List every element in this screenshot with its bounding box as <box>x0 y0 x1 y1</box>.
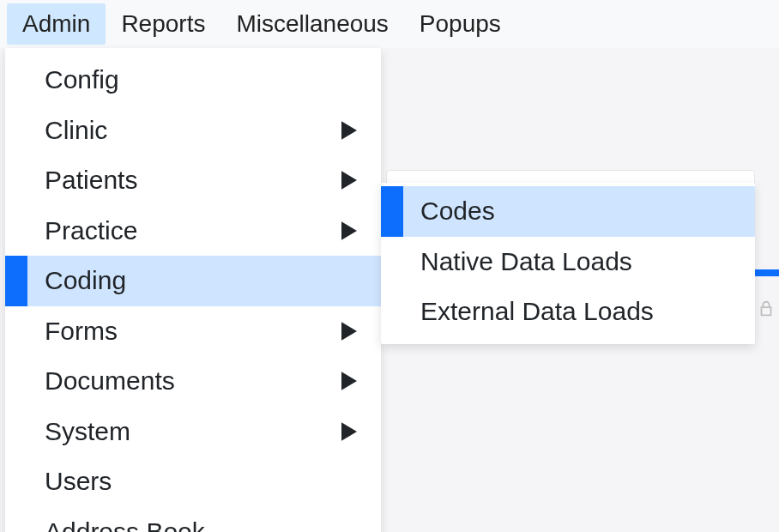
submenu-arrow-icon <box>341 121 357 140</box>
menubar: Admin Reports Miscellaneous Popups <box>0 0 779 48</box>
menubar-item-label: Admin <box>22 10 90 37</box>
menubar-item-popups[interactable]: Popups <box>404 3 516 45</box>
dropdown-item-label: Coding <box>45 261 364 301</box>
admin-dropdown: Config Clinic Patients Practice Coding F… <box>5 48 381 532</box>
submenu-item-label: External Data Loads <box>420 292 654 332</box>
submenu-arrow-icon <box>341 372 357 390</box>
dropdown-item-config[interactable]: Config <box>5 55 381 106</box>
dropdown-item-practice[interactable]: Practice <box>5 206 381 257</box>
dropdown-item-label: Config <box>45 60 364 100</box>
dropdown-item-users[interactable]: Users <box>5 456 381 507</box>
lock-icon <box>757 297 776 324</box>
dropdown-item-label: Forms <box>45 311 341 352</box>
dropdown-item-label: Documents <box>45 361 341 402</box>
dropdown-item-label: Patients <box>45 160 341 201</box>
menubar-item-miscellaneous[interactable]: Miscellaneous <box>220 3 403 45</box>
dropdown-item-label: Address Book <box>45 512 364 533</box>
dropdown-item-system[interactable]: System <box>5 407 381 457</box>
dropdown-item-patients[interactable]: Patients <box>5 155 381 206</box>
dropdown-item-coding[interactable]: Coding <box>5 256 381 306</box>
coding-submenu: Codes Native Data Loads External Data Lo… <box>381 183 755 344</box>
menubar-item-label: Popups <box>420 10 501 37</box>
submenu-arrow-icon <box>341 322 357 341</box>
dropdown-item-documents[interactable]: Documents <box>5 356 381 407</box>
dropdown-item-label: Practice <box>45 211 341 251</box>
blue-accent-edge <box>755 269 779 276</box>
menubar-item-label: Miscellaneous <box>236 10 388 37</box>
dropdown-item-label: System <box>45 412 341 452</box>
dropdown-item-forms[interactable]: Forms <box>5 306 381 357</box>
dropdown-item-label: Users <box>45 462 364 502</box>
submenu-item-external-data-loads[interactable]: External Data Loads <box>381 287 755 337</box>
dropdown-item-address-book[interactable]: Address Book <box>5 507 381 533</box>
submenu-item-native-data-loads[interactable]: Native Data Loads <box>381 237 755 287</box>
menubar-item-admin[interactable]: Admin <box>7 3 106 45</box>
submenu-arrow-icon <box>341 422 357 441</box>
menubar-item-reports[interactable]: Reports <box>106 3 220 45</box>
dropdown-item-label: Clinic <box>45 111 341 151</box>
dropdown-item-clinic[interactable]: Clinic <box>5 106 381 156</box>
submenu-arrow-icon <box>341 171 357 190</box>
submenu-arrow-icon <box>341 221 357 240</box>
submenu-item-codes[interactable]: Codes <box>381 186 755 237</box>
submenu-item-label: Native Data Loads <box>420 242 632 282</box>
menubar-item-label: Reports <box>121 10 205 37</box>
submenu-item-label: Codes <box>420 191 495 232</box>
